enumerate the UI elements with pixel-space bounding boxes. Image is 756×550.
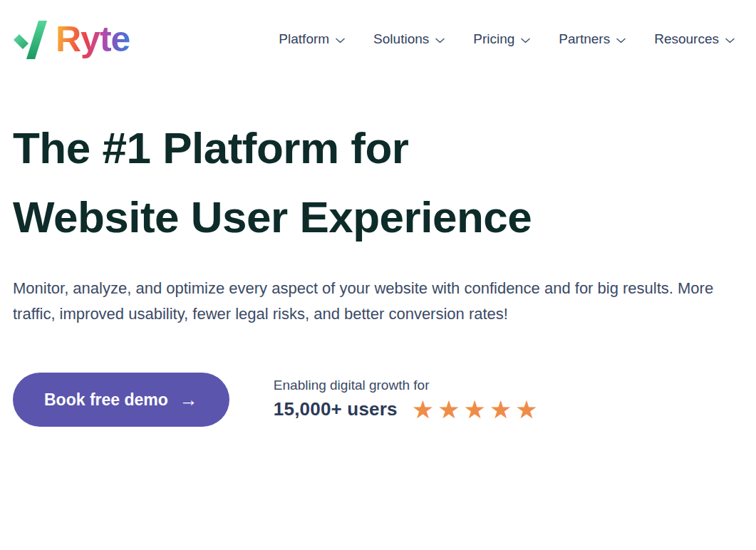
nav-item-resources[interactable]: Resources	[654, 31, 735, 47]
star-icon: ★	[437, 395, 463, 423]
ryte-wordmark: Ryte	[56, 21, 130, 60]
user-count: 15,000+ users	[274, 398, 398, 420]
chevron-down-icon	[725, 31, 735, 47]
nav-label: Partners	[559, 31, 610, 47]
book-free-demo-button[interactable]: Book free demo →	[13, 373, 229, 427]
nav-label: Resources	[654, 31, 719, 47]
chevron-down-icon	[435, 31, 445, 47]
nav-item-solutions[interactable]: Solutions	[373, 31, 445, 47]
landing-page: Ryte Platform Solutions Pricing Partners…	[0, 0, 756, 550]
nav-label: Solutions	[373, 31, 429, 47]
social-proof-row: 15,000+ users ★★★★★	[274, 397, 542, 422]
nav-item-platform[interactable]: Platform	[279, 31, 345, 47]
ryte-logo[interactable]: Ryte	[13, 19, 130, 60]
chevron-down-icon	[521, 31, 530, 47]
nav-item-pricing[interactable]: Pricing	[473, 31, 530, 47]
chevron-down-icon	[336, 31, 345, 47]
cta-row: Book free demo → Enabling digital growth…	[13, 373, 735, 427]
arrow-right-icon: →	[180, 390, 198, 409]
nav-label: Pricing	[473, 31, 514, 47]
social-proof-line: Enabling digital growth for	[274, 378, 542, 393]
hero-description: Monitor, analyze, and optimize every asp…	[13, 276, 722, 327]
social-proof: Enabling digital growth for 15,000+ user…	[274, 378, 542, 422]
star-icon: ★	[515, 395, 541, 423]
star-icon: ★	[490, 395, 515, 423]
nav-item-partners[interactable]: Partners	[559, 31, 626, 47]
nav-label: Platform	[279, 31, 329, 47]
hero-section: The #1 Platform forWebsite User Experien…	[0, 114, 756, 427]
hero-title-line1: The #1 Platform for	[13, 123, 409, 172]
book-free-demo-label: Book free demo	[44, 390, 168, 410]
star-icon: ★	[412, 395, 437, 423]
star-icon: ★	[464, 395, 490, 423]
main-nav: Platform Solutions Pricing Partners Reso…	[279, 31, 735, 47]
header: Ryte Platform Solutions Pricing Partners…	[0, 0, 756, 60]
chevron-down-icon	[616, 31, 626, 47]
ryte-checkmark-icon	[13, 19, 53, 60]
hero-title-line2: Website User Experience	[13, 192, 532, 242]
rating-stars: ★★★★★	[412, 397, 542, 422]
hero-title: The #1 Platform forWebsite User Experien…	[13, 114, 735, 251]
